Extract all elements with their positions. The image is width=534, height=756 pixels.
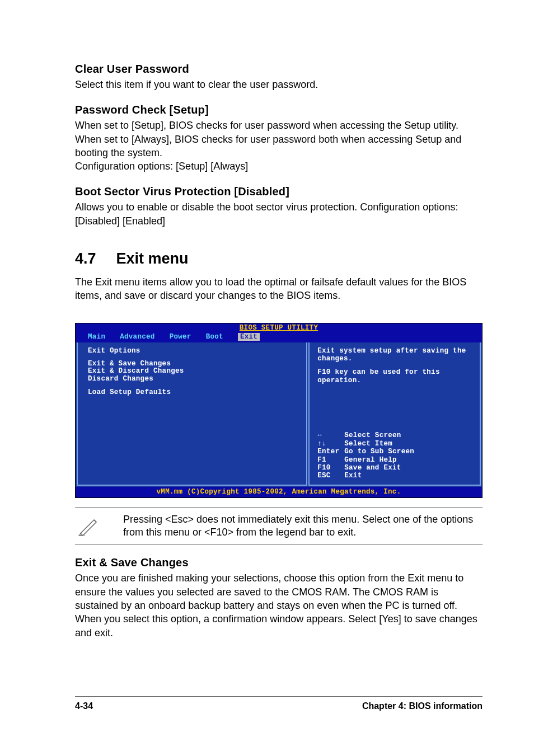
- bios-item-exit-save[interactable]: Exit & Save Changes: [88, 360, 296, 368]
- bios-tab-main[interactable]: Main: [88, 333, 105, 341]
- note-row: Pressing <Esc> does not immediately exit…: [75, 507, 483, 546]
- bios-legend-val: Go to Sub Screen: [344, 448, 414, 456]
- bios-help-line2: F10 key can be used for this operation.: [317, 368, 472, 384]
- bios-legend-row: ESC Exit: [317, 472, 472, 480]
- bios-legend-val: Select Screen: [344, 431, 401, 439]
- bios-legend-key: F1: [317, 456, 344, 464]
- bios-footer: vMM.mm (C)Copyright 1985-2002, American …: [76, 487, 482, 497]
- bios-legend-key: ↑↓: [317, 440, 344, 448]
- section-title-exit-menu: 4.7 Exit menu: [75, 250, 483, 267]
- chapter-label: Chapter 4: BIOS information: [362, 701, 483, 711]
- bios-legend-val: Exit: [344, 472, 362, 480]
- bios-legend-val: Save and Exit: [344, 464, 401, 472]
- heading-boot-sector: Boot Sector Virus Protection [Disabled]: [75, 185, 483, 198]
- bios-left-header: Exit Options: [88, 347, 296, 355]
- heading-clear-user-password: Clear User Password: [75, 63, 483, 76]
- body-exit-menu-intro: The Exit menu items allow you to load th…: [75, 275, 483, 303]
- bios-legend-row: F10 Save and Exit: [317, 464, 472, 472]
- bios-left-pane: Exit Options Exit & Save Changes Exit & …: [77, 342, 307, 486]
- body-exit-save: Once you are finished making your select…: [75, 571, 483, 639]
- body-boot-sector: Allows you to enable or disable the boot…: [75, 200, 483, 228]
- bios-item-discard[interactable]: Discard Changes: [88, 375, 296, 383]
- body-password-check: When set to [Setup], BIOS checks for use…: [75, 119, 483, 173]
- page-number: 4-34: [75, 701, 93, 711]
- bios-body: Exit Options Exit & Save Changes Exit & …: [76, 342, 482, 487]
- page-content: Clear User Password Select this item if …: [0, 0, 534, 640]
- pencil-icon: [77, 514, 100, 537]
- bios-legend-val: Select Item: [344, 440, 392, 448]
- note-text: Pressing <Esc> does not immediately exit…: [123, 513, 483, 539]
- bios-legend-row: F1 General Help: [317, 456, 472, 464]
- bios-help-text: Exit system setup after saving the chang…: [317, 347, 472, 385]
- bios-legend-row: ↑↓ Select Item: [317, 440, 472, 448]
- bios-item-load-defaults[interactable]: Load Setup Defaults: [88, 389, 296, 397]
- bios-legend-key: Enter: [317, 448, 344, 456]
- bios-tabs: Main Advanced Power Boot Exit: [76, 332, 482, 342]
- bios-legend-row: Enter Go to Sub Screen: [317, 448, 472, 456]
- section-number: 4.7: [75, 250, 96, 267]
- page-footer: 4-34 Chapter 4: BIOS information: [75, 696, 483, 711]
- bios-tab-boot[interactable]: Boot: [206, 333, 223, 341]
- bios-legend: ↔ Select Screen ↑↓ Select Item Enter Go …: [317, 431, 472, 480]
- bios-item-exit-discard[interactable]: Exit & Discard Changes: [88, 368, 296, 375]
- heading-exit-save: Exit & Save Changes: [75, 556, 483, 569]
- body-clear-user-password: Select this item if you want to clear th…: [75, 78, 483, 91]
- bios-legend-key: ↔: [317, 431, 344, 439]
- bios-legend-key: ESC: [317, 472, 344, 480]
- bios-title: BIOS SETUP UTILITY: [76, 323, 482, 332]
- bios-legend-key: F10: [317, 464, 344, 472]
- bios-tab-power[interactable]: Power: [170, 333, 191, 341]
- bios-screenshot: BIOS SETUP UTILITY Main Advanced Power B…: [75, 323, 483, 498]
- heading-password-check: Password Check [Setup]: [75, 104, 483, 116]
- bios-tab-advanced[interactable]: Advanced: [120, 333, 154, 341]
- bios-legend-row: ↔ Select Screen: [317, 431, 472, 439]
- bios-right-pane: Exit system setup after saving the chang…: [308, 342, 481, 486]
- bios-legend-val: General Help: [344, 456, 397, 464]
- bios-help-line1: Exit system setup after saving the chang…: [317, 347, 472, 363]
- section-name: Exit menu: [116, 250, 189, 267]
- bios-tab-exit[interactable]: Exit: [238, 333, 260, 341]
